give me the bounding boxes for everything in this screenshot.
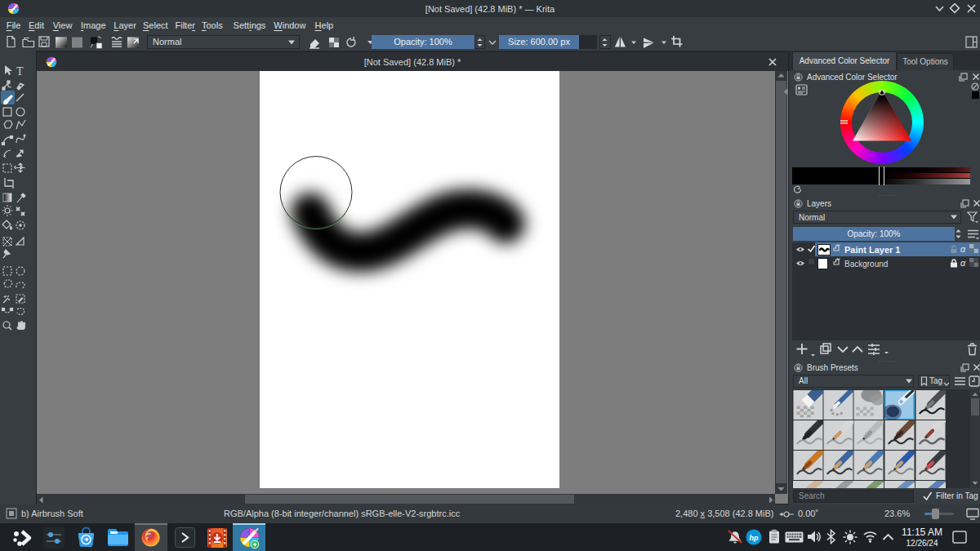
svg-text:hp: hp [750, 534, 759, 542]
svg-text:T: T [16, 65, 24, 78]
